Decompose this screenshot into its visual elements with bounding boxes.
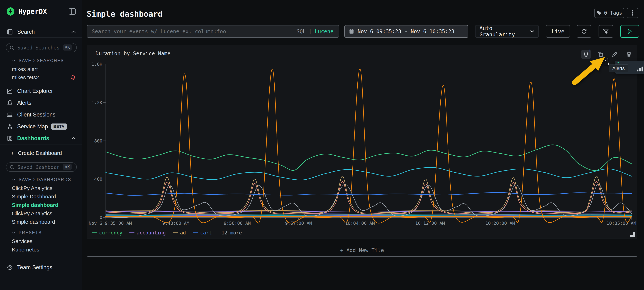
tag-icon bbox=[596, 11, 602, 16]
sidebar-item-label: Chart Explorer bbox=[17, 88, 53, 94]
sidebar-item-service-map[interactable]: Service Map BETA bbox=[0, 122, 82, 131]
sidebar-item-team-settings[interactable]: Team Settings bbox=[0, 263, 82, 272]
tile-resize-handle[interactable] bbox=[630, 232, 635, 237]
sidebar-item-search[interactable]: Search bbox=[0, 27, 82, 37]
chevron-up-icon[interactable] bbox=[71, 31, 76, 33]
filter-button[interactable] bbox=[598, 25, 613, 38]
plus-icon: + bbox=[11, 150, 14, 157]
legend-item[interactable]: cart bbox=[193, 230, 212, 235]
tags-button[interactable]: 0 Tags bbox=[594, 8, 624, 18]
legend-item[interactable]: accounting bbox=[129, 230, 166, 235]
tile-alerts-button[interactable]: + bbox=[582, 50, 591, 59]
add-new-tile-button[interactable]: + Add New Tile bbox=[87, 244, 638, 257]
filter-icon bbox=[603, 28, 609, 35]
svg-text:1.6K: 1.6K bbox=[92, 62, 102, 67]
alerts-tooltip: Alerts bbox=[609, 65, 628, 72]
alerts-tooltip-label: Alerts bbox=[612, 66, 625, 71]
chevron-down-icon bbox=[12, 59, 16, 62]
svg-text:0: 0 bbox=[100, 215, 102, 220]
saved-dashboard-item[interactable]: Simple dashboard bbox=[0, 217, 82, 227]
sidebar-item-label: Team Settings bbox=[17, 264, 52, 271]
legend-item[interactable]: currency bbox=[92, 230, 122, 235]
saved-search-item[interactable]: mikes tets2 bbox=[0, 73, 82, 82]
app-title: HyperDX bbox=[18, 8, 47, 16]
saved-dashboard-item[interactable]: ClickPy Analytics bbox=[0, 209, 82, 218]
divider bbox=[0, 37, 82, 38]
preset-item-services[interactable]: Services bbox=[0, 237, 82, 246]
legend-label: cart bbox=[200, 230, 212, 235]
beta-badge: BETA bbox=[51, 123, 66, 129]
granularity-value: Auto Granularity bbox=[480, 25, 530, 38]
create-dashboard-button[interactable]: + Create Dashboard bbox=[0, 149, 82, 158]
svg-text:400: 400 bbox=[94, 177, 102, 182]
play-icon bbox=[627, 28, 632, 34]
refresh-button[interactable] bbox=[577, 25, 592, 38]
duration-chart: 04008001.2K1.6KNov 6 9:35:00 AM9:43:00 A… bbox=[87, 61, 638, 227]
dashboard-tile: Duration by Service Name + 04008001.2K1.… bbox=[87, 45, 638, 239]
chart-legend: currencyaccountingadcart+12 more bbox=[92, 230, 242, 235]
search-icon bbox=[9, 45, 15, 51]
date-range-picker[interactable]: Nov 6 09:35:23 - Nov 6 10:35:23 bbox=[344, 25, 468, 38]
dashboard-menu-button[interactable] bbox=[627, 8, 638, 18]
legend-item[interactable]: ad bbox=[173, 230, 186, 235]
sidebar: HyperDX Search ⌘K SAVED SEARCHES mikes a… bbox=[0, 0, 82, 290]
add-new-tile-label: + Add New Tile bbox=[340, 247, 384, 253]
svg-text:1.2K: 1.2K bbox=[92, 100, 102, 105]
chevron-down-icon bbox=[12, 231, 16, 234]
sidebar-item-dashboards[interactable]: Dashboards bbox=[0, 134, 82, 143]
sidebar-item-chart-explorer[interactable]: Chart Explorer bbox=[0, 86, 82, 96]
chevron-up-icon[interactable] bbox=[71, 137, 76, 140]
section-header-label: SAVED SEARCHES bbox=[18, 58, 64, 63]
legend-swatch bbox=[193, 232, 198, 233]
saved-dashboard-item[interactable]: Simple Dashboard bbox=[0, 192, 82, 201]
sidebar-item-alerts[interactable]: Alerts bbox=[0, 98, 82, 107]
preset-label: Services bbox=[12, 238, 32, 244]
plus-icon: + bbox=[588, 48, 592, 54]
saved-search-item[interactable]: mikes alert bbox=[0, 65, 82, 74]
sidebar-item-label: Client Sessions bbox=[17, 111, 56, 118]
legend-label: currency bbox=[99, 230, 122, 235]
saved-dashboard-item[interactable]: ClickPy Analytics bbox=[0, 184, 82, 193]
section-header-label: PRESETS bbox=[18, 230, 42, 235]
logo-row: HyperDX bbox=[0, 7, 82, 16]
section-header-label: SAVED DASHBOARDS bbox=[18, 177, 71, 182]
live-button-label: Live bbox=[552, 28, 564, 35]
hyperdx-logo-icon bbox=[6, 7, 15, 16]
svg-text:9:50:00 AM: 9:50:00 AM bbox=[224, 221, 251, 226]
tile-delete-button[interactable] bbox=[624, 50, 634, 59]
presets-header[interactable]: PRESETS bbox=[0, 228, 82, 237]
sidebar-item-label: Service Map bbox=[17, 123, 48, 130]
sidebar-item-label: Dashboards bbox=[17, 135, 49, 141]
calendar-icon bbox=[349, 29, 354, 34]
trash-icon bbox=[626, 51, 632, 57]
sidebar-item-client-sessions[interactable]: Client Sessions bbox=[0, 110, 82, 119]
svg-text:9:57:00 AM: 9:57:00 AM bbox=[285, 221, 312, 226]
preset-item-kubernetes[interactable]: Kubernetes bbox=[0, 245, 82, 254]
shortcut-badge: ⌘K bbox=[63, 44, 72, 51]
event-search-input[interactable] bbox=[87, 25, 339, 38]
tile-edit-button[interactable] bbox=[610, 50, 619, 59]
preset-label: Kubernetes bbox=[12, 247, 39, 253]
sidebar-item-label: Alerts bbox=[17, 100, 31, 106]
svg-text:Nov 6 9:35:00 AM: Nov 6 9:35:00 AM bbox=[89, 221, 132, 226]
search-journal-icon bbox=[6, 29, 13, 35]
collapse-sidebar-icon[interactable] bbox=[69, 8, 76, 15]
live-button[interactable]: Live bbox=[546, 25, 570, 38]
legend-label: accounting bbox=[137, 230, 166, 235]
bar-chart-icon bbox=[636, 66, 644, 72]
run-query-button[interactable] bbox=[620, 25, 639, 38]
tags-button-label: 0 Tags bbox=[604, 10, 622, 16]
chart-explorer-icon bbox=[6, 88, 13, 94]
hand-cursor: ☝ bbox=[603, 56, 609, 68]
legend-swatch bbox=[129, 232, 134, 233]
saved-dashboards-header[interactable]: SAVED DASHBOARDS bbox=[0, 175, 82, 184]
alert-bell-icon bbox=[70, 75, 76, 80]
granularity-select[interactable]: Auto Granularity bbox=[475, 25, 539, 38]
legend-swatch bbox=[173, 232, 178, 233]
saved-searches-header[interactable]: SAVED SEARCHES bbox=[0, 56, 82, 65]
shortcut-badge: ⌘K bbox=[63, 164, 72, 170]
service-map-icon bbox=[6, 124, 13, 129]
saved-dashboard-item-active[interactable]: Simple dashboard bbox=[0, 200, 82, 210]
bell-icon bbox=[6, 100, 13, 106]
legend-more-link[interactable]: +12 more bbox=[218, 230, 242, 235]
